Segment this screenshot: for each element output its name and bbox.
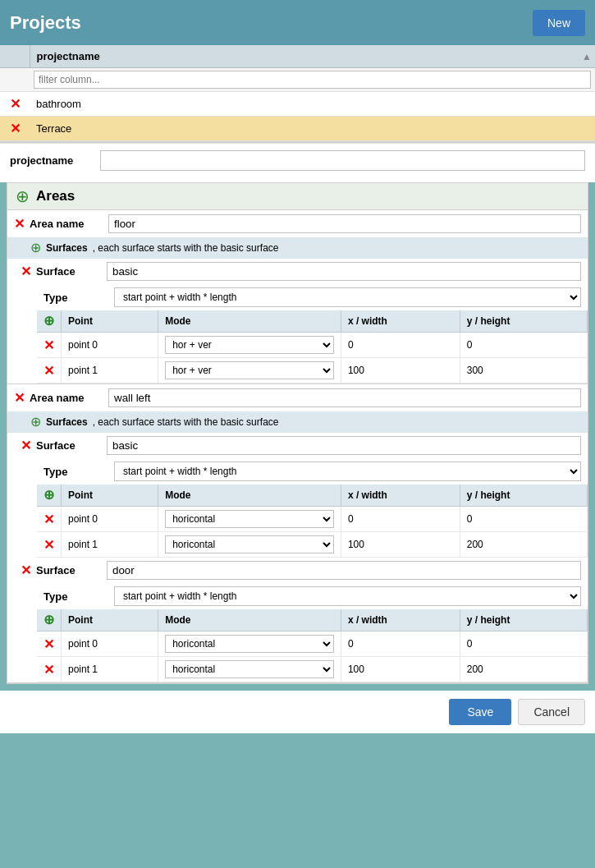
surface-block: ✕ Surface Type start point + width * len…	[7, 259, 588, 383]
type-select[interactable]: start point + width * length	[114, 287, 581, 307]
mode-select[interactable]: hor + ver hor + ver horicontal vertical	[165, 361, 334, 379]
add-point-icon[interactable]: ⊕	[43, 314, 54, 328]
scroll-indicator: ▲	[582, 51, 592, 62]
delete-point-icon[interactable]: ✕	[37, 657, 62, 682]
mode-select[interactable]: hor + ver hor + ver horicontal vertical	[165, 336, 334, 354]
mode-select[interactable]: horicontal hor + ver horicontal vertical	[165, 660, 334, 678]
project-row[interactable]: ✕ Terrace	[0, 117, 595, 141]
point-mode-cell: horicontal hor + ver horicontal vertical	[158, 631, 341, 657]
point-y: 200	[460, 657, 587, 682]
area-name-input[interactable]	[108, 388, 581, 407]
mode-select[interactable]: horicontal hor + ver horicontal vertical	[165, 510, 334, 528]
point-row: ✕ point 0 horicontal hor + ver horiconta…	[37, 631, 588, 657]
new-button[interactable]: New	[533, 10, 585, 36]
area-name-label: Area name	[30, 218, 103, 230]
point-y: 0	[460, 507, 587, 532]
y-col-header: y / height	[460, 485, 587, 507]
point-mode-cell: horicontal hor + ver horicontal vertical	[158, 657, 341, 682]
type-label: Type	[43, 466, 109, 478]
surface-name-input[interactable]	[107, 436, 581, 455]
point-name: point 0	[62, 333, 158, 358]
project-name: bathroom	[30, 92, 595, 117]
type-row: Type start point + width * length	[37, 583, 588, 609]
point-x: 0	[341, 333, 460, 358]
surface-label: Surface	[36, 265, 102, 278]
add-surface-icon[interactable]: ⊕	[30, 416, 41, 429]
delete-point-icon[interactable]: ✕	[37, 358, 62, 383]
delete-project-icon[interactable]: ✕	[0, 92, 30, 117]
point-mode-cell: horicontal hor + ver horicontal vertical	[158, 507, 341, 532]
area-name-row: ✕ Area name	[7, 210, 588, 237]
filter-input[interactable]	[34, 71, 591, 89]
point-y: 300	[460, 358, 587, 383]
type-select[interactable]: start point + width * length	[114, 586, 581, 606]
delete-point-icon[interactable]: ✕	[37, 631, 62, 657]
delete-surface-icon[interactable]: ✕	[21, 563, 31, 578]
delete-area-icon[interactable]: ✕	[14, 390, 25, 406]
point-name: point 1	[62, 532, 158, 558]
cancel-button[interactable]: Cancel	[518, 699, 585, 725]
points-table: ⊕ Point Mode x / width y / height ✕	[37, 485, 588, 558]
surface-row: ✕ Surface	[37, 558, 588, 583]
delete-area-icon[interactable]: ✕	[14, 216, 25, 232]
add-area-icon[interactable]: ⊕	[16, 188, 30, 204]
surface-name-input[interactable]	[107, 262, 581, 281]
delete-surface-icon[interactable]: ✕	[21, 264, 31, 279]
delete-project-icon[interactable]: ✕	[0, 117, 30, 141]
areas-container: ✕ Area name ⊕ Surfaces , each surface st…	[7, 210, 588, 683]
project-row[interactable]: ✕ bathroom	[0, 92, 595, 117]
projectname-row: projectname	[10, 150, 585, 171]
surface-block: ✕ Surface Type start point + width * len…	[7, 558, 588, 682]
add-surface-icon[interactable]: ⊕	[30, 241, 41, 255]
areas-header: ⊕ Areas	[7, 183, 588, 210]
point-col-header: Point	[62, 310, 158, 333]
point-mode-cell: horicontal hor + ver horicontal vertical	[158, 532, 341, 558]
x-col-header: x / width	[341, 485, 460, 507]
footer-buttons: Save Cancel	[0, 691, 595, 733]
app-header: Projects New	[0, 0, 595, 45]
area-name-input[interactable]	[108, 214, 581, 233]
surface-label: Surface	[36, 564, 102, 576]
point-row: ✕ point 1 horicontal hor + ver horiconta…	[37, 532, 588, 558]
delete-point-icon[interactable]: ✕	[37, 507, 62, 532]
surfaces-description: , each surface starts with the basic sur…	[93, 416, 279, 428]
point-x: 0	[341, 631, 460, 657]
point-row: ✕ point 0 hor + ver hor + ver horicontal…	[37, 333, 588, 358]
point-mode-cell: hor + ver hor + ver horicontal vertical	[158, 358, 341, 383]
point-name: point 0	[62, 507, 158, 532]
form-section: projectname	[0, 143, 595, 182]
mode-select[interactable]: horicontal hor + ver horicontal vertical	[165, 535, 334, 553]
points-table: ⊕ Point Mode x / width y / height ✕	[37, 310, 588, 383]
mode-select[interactable]: horicontal hor + ver horicontal vertical	[165, 635, 334, 653]
point-row: ✕ point 1 horicontal hor + ver horiconta…	[37, 657, 588, 682]
surface-block: ✕ Surface Type start point + width * len…	[7, 433, 588, 558]
area-block: ✕ Area name ⊕ Surfaces , each surface st…	[7, 384, 588, 683]
point-x: 0	[341, 507, 460, 532]
projectname-input[interactable]	[100, 150, 585, 171]
delete-point-icon[interactable]: ✕	[37, 532, 62, 558]
x-col-header: x / width	[341, 609, 460, 631]
projectname-label: projectname	[10, 154, 100, 167]
surfaces-header: ⊕ Surfaces , each surface starts with th…	[7, 411, 588, 433]
point-y: 0	[460, 333, 587, 358]
point-x: 100	[341, 657, 460, 682]
add-point-icon[interactable]: ⊕	[43, 613, 54, 627]
save-button[interactable]: Save	[449, 699, 511, 725]
point-mode-cell: hor + ver hor + ver horicontal vertical	[158, 333, 341, 358]
point-y: 200	[460, 532, 587, 558]
points-table: ⊕ Point Mode x / width y / height ✕	[37, 609, 588, 682]
type-row: Type start point + width * length	[37, 458, 588, 485]
delete-surface-icon[interactable]: ✕	[21, 438, 31, 453]
add-point-icon[interactable]: ⊕	[43, 488, 54, 502]
y-col-header: y / height	[460, 609, 587, 631]
delete-point-icon[interactable]: ✕	[37, 333, 62, 358]
surface-name-input[interactable]	[107, 561, 581, 580]
mode-col-header: Mode	[158, 609, 341, 631]
surface-row: ✕ Surface	[37, 259, 588, 284]
areas-title: Areas	[36, 188, 75, 204]
area-block: ✕ Area name ⊕ Surfaces , each surface st…	[7, 210, 588, 384]
bottom-teal	[0, 733, 595, 774]
type-select[interactable]: start point + width * length	[114, 462, 581, 481]
area-name-row: ✕ Area name	[7, 384, 588, 411]
point-name: point 0	[62, 631, 158, 657]
